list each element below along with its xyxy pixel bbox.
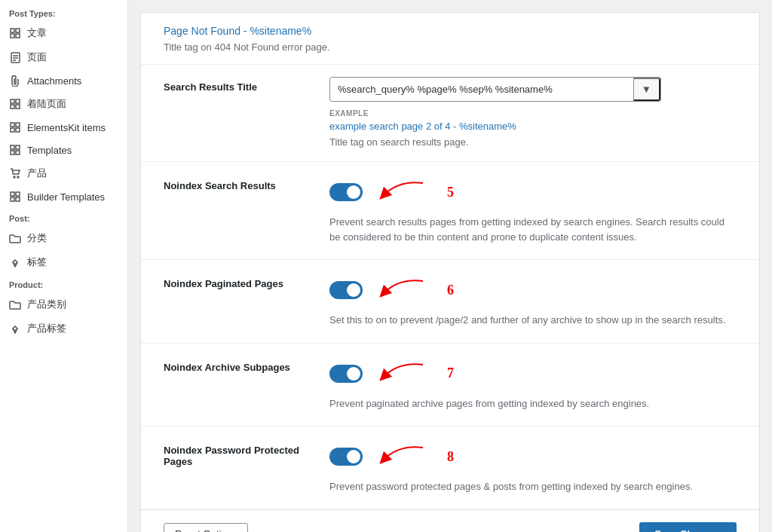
svg-rect-23	[16, 192, 20, 196]
sidebar-item-elementskit-label: ElementsKit items	[27, 122, 106, 133]
noindex-paginated-desc: Set this to on to prevent /page/2 and fu…	[329, 313, 737, 328]
grid-icon	[9, 27, 21, 39]
svg-rect-12	[11, 123, 14, 127]
post-section-label: Post:	[0, 208, 127, 226]
search-results-title-field[interactable]: ▼	[329, 77, 661, 102]
file-icon	[9, 51, 21, 63]
svg-rect-13	[16, 123, 20, 127]
form-footer: Reset Options Save Changes	[141, 509, 759, 533]
svg-rect-8	[11, 99, 14, 103]
svg-rect-0	[11, 29, 14, 32]
sidebar-item-articles[interactable]: 文章	[0, 21, 127, 45]
svg-rect-18	[11, 151, 14, 154]
search-results-title-label: Search Results Title	[164, 77, 314, 93]
grid3-icon	[9, 121, 21, 133]
diamond2-icon	[9, 323, 21, 335]
noindex-password-toggle-row: 8	[329, 442, 737, 472]
annotation-6: 6	[447, 283, 454, 298]
save-changes-button[interactable]: Save Changes	[639, 522, 737, 533]
sidebar-item-product-tags-label: 产品标签	[27, 322, 66, 335]
sidebar-item-pages-label: 页面	[27, 50, 47, 64]
noindex-password-content: 8 Prevent password protected pages & pos…	[329, 442, 737, 494]
svg-rect-15	[16, 128, 20, 132]
post-types-section-label: Post Types:	[0, 3, 127, 21]
svg-rect-9	[16, 99, 20, 103]
example-value: example search page 2 of 4 - %sitename%	[329, 121, 737, 132]
noindex-archive-row: Noindex Archive Subpages 7 Prevent	[141, 344, 759, 427]
main-content: Page Not Found - %sitename% Title tag on…	[128, 0, 772, 532]
grid2-icon	[9, 98, 21, 110]
grid5-icon	[9, 191, 21, 203]
noindex-search-results-toggle[interactable]	[329, 183, 363, 201]
noindex-search-results-toggle-row: 5	[329, 177, 737, 207]
svg-rect-22	[11, 192, 14, 196]
sidebar-item-categories[interactable]: 分类	[0, 226, 127, 250]
diamond-icon	[9, 256, 21, 268]
svg-point-20	[14, 176, 15, 178]
svg-rect-17	[16, 145, 20, 149]
svg-rect-14	[11, 128, 14, 132]
search-results-title-input[interactable]	[330, 79, 633, 99]
noindex-search-results-label: Noindex Search Results	[164, 177, 314, 191]
sidebar-item-templates-label: Templates	[27, 145, 72, 156]
sidebar: Post Types: 文章 页面 Attachments 着陆页面	[0, 0, 128, 532]
sidebar-item-product-label: 产品	[27, 167, 47, 180]
sidebar-item-product-tags[interactable]: 产品标签	[0, 316, 127, 341]
noindex-paginated-label: Noindex Paginated Pages	[164, 275, 314, 289]
search-results-desc: Title tag on search results page.	[329, 135, 737, 150]
cart-icon	[9, 167, 21, 179]
svg-rect-2	[11, 34, 14, 38]
noindex-search-results-desc: Prevent search results pages from gettin…	[329, 215, 737, 244]
sidebar-item-attachments[interactable]: Attachments	[0, 69, 127, 92]
annotation-7: 7	[447, 365, 454, 381]
noindex-search-results-content: 5 Prevent search results pages from gett…	[329, 177, 737, 244]
sidebar-item-categories-label: 分类	[27, 231, 47, 245]
sidebar-item-elementskit[interactable]: ElementsKit items	[0, 116, 127, 139]
svg-rect-24	[11, 197, 14, 201]
folder-icon	[9, 232, 21, 244]
noindex-password-label: Noindex Password Protected Pages	[164, 442, 314, 467]
example-label: EXAMPLE	[329, 109, 737, 118]
arrow-7-icon	[375, 359, 435, 389]
noindex-archive-toggle-row: 7	[329, 359, 737, 389]
sidebar-item-builder-templates[interactable]: Builder Templates	[0, 185, 127, 208]
sidebar-item-tags-label: 标签	[27, 255, 47, 269]
reset-options-button[interactable]: Reset Options	[164, 523, 248, 533]
svg-point-21	[17, 176, 19, 178]
svg-rect-16	[11, 145, 14, 149]
noindex-password-toggle[interactable]	[329, 448, 363, 466]
grid4-icon	[9, 144, 21, 156]
svg-rect-19	[16, 151, 20, 154]
noindex-password-desc: Prevent password protected pages & posts…	[329, 479, 737, 494]
noindex-paginated-toggle-row: 6	[329, 275, 737, 305]
annotation-8: 8	[447, 449, 454, 465]
noindex-archive-toggle[interactable]	[329, 365, 363, 383]
sidebar-item-landingpages-label: 着陆页面	[27, 97, 66, 111]
sidebar-item-attachments-label: Attachments	[27, 75, 81, 87]
svg-rect-3	[16, 34, 20, 38]
sidebar-item-landingpages[interactable]: 着陆页面	[0, 92, 127, 116]
noindex-archive-desc: Prevent paginated archive pages from get…	[329, 396, 737, 411]
svg-rect-11	[16, 105, 20, 109]
noindex-paginated-row: Noindex Paginated Pages 6 Set this	[141, 260, 759, 344]
annotation-5: 5	[447, 185, 454, 200]
sidebar-item-tags[interactable]: 标签	[0, 250, 127, 274]
noindex-password-row: Noindex Password Protected Pages 8	[141, 427, 759, 509]
noindex-paginated-content: 6 Set this to on to prevent /page/2 and …	[329, 275, 737, 328]
page-not-found-desc: Title tag on 404 Not Found error page.	[164, 40, 737, 55]
folder2-icon	[9, 298, 21, 310]
sidebar-item-product[interactable]: 产品	[0, 161, 127, 185]
sidebar-item-product-categories[interactable]: 产品类别	[0, 292, 127, 316]
noindex-archive-content: 7 Prevent paginated archive pages from g…	[329, 359, 737, 411]
page-not-found-title: Page Not Found - %sitename%	[164, 25, 737, 37]
svg-rect-10	[11, 105, 14, 109]
sidebar-item-builder-templates-label: Builder Templates	[27, 191, 105, 203]
sidebar-item-pages[interactable]: 页面	[0, 45, 127, 69]
clip-icon	[9, 75, 21, 87]
search-results-title-dropdown-btn[interactable]: ▼	[633, 78, 660, 101]
arrow-6-icon	[375, 275, 435, 305]
noindex-paginated-toggle[interactable]	[329, 281, 363, 299]
sidebar-item-templates[interactable]: Templates	[0, 139, 127, 161]
product-section-label: Product:	[0, 274, 127, 292]
arrow-5-icon	[375, 177, 435, 207]
